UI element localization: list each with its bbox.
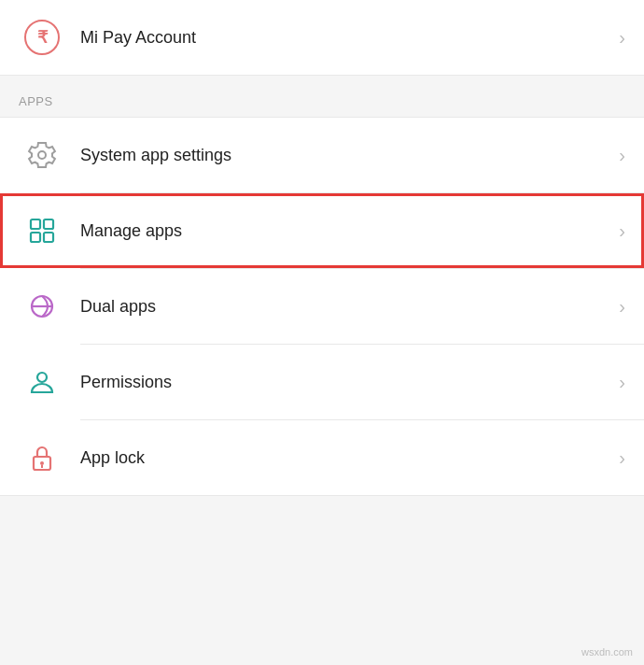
app-lock-chevron: › (619, 447, 625, 469)
permissions-chevron: › (619, 372, 625, 393)
dual-apps-icon (19, 291, 65, 321)
gear-icon (19, 140, 65, 170)
grid-icon (19, 216, 65, 246)
permissions-icon (19, 367, 65, 397)
apps-section-label: APPS (19, 94, 53, 108)
system-app-settings-label: System app settings (80, 146, 611, 165)
svg-rect-1 (44, 219, 53, 229)
svg-point-7 (40, 461, 44, 465)
mi-pay-chevron-icon: › (619, 27, 625, 49)
bottom-divider (0, 495, 644, 496)
app-lock-item[interactable]: App lock › (0, 420, 644, 495)
system-app-settings-item[interactable]: System app settings › (0, 118, 644, 192)
manage-apps-item[interactable]: Manage apps › (0, 193, 644, 268)
mi-pay-icon: ₹ (24, 20, 60, 55)
permissions-item[interactable]: Permissions › (0, 345, 644, 419)
watermark: wsxdn.com (581, 646, 633, 658)
svg-rect-2 (31, 233, 40, 242)
svg-point-5 (37, 373, 47, 382)
svg-rect-0 (31, 219, 40, 229)
dual-apps-label: Dual apps (80, 297, 611, 317)
dual-apps-chevron: › (619, 296, 625, 318)
app-lock-icon (19, 443, 65, 473)
app-lock-label: App lock (80, 448, 611, 468)
mi-pay-account-label: Mi Pay Account (80, 28, 611, 48)
apps-section-header: APPS (0, 76, 644, 117)
manage-apps-label: Manage apps (80, 221, 611, 241)
system-app-settings-chevron: › (619, 145, 625, 166)
manage-apps-chevron: › (619, 220, 625, 242)
mi-pay-icon-wrap: ₹ (19, 20, 65, 55)
dual-apps-item[interactable]: Dual apps › (0, 269, 644, 344)
permissions-label: Permissions (80, 373, 611, 392)
svg-rect-3 (44, 233, 53, 242)
mi-pay-account-item[interactable]: ₹ Mi Pay Account › (0, 0, 644, 75)
